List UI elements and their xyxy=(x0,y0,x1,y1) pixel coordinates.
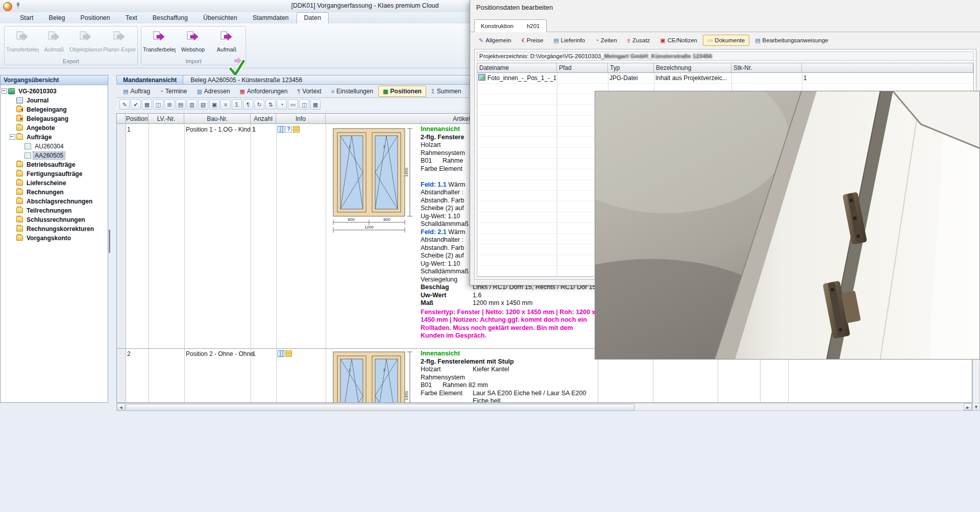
import-transferbeleg-button[interactable]: Transferbeleg xyxy=(142,29,176,54)
cell-info: ? xyxy=(278,126,300,133)
tab-vortext[interactable]: ¶ Vortext xyxy=(292,86,326,97)
edit-icon[interactable]: ✎ xyxy=(119,99,130,110)
refresh-icon[interactable]: ↻ xyxy=(254,99,264,110)
clock-icon[interactable]: ◔ xyxy=(277,99,287,110)
tree-item[interactable]: Angebote xyxy=(1,123,108,132)
dialog-tab-lieferinfo[interactable]: ▤ Lieferinfo xyxy=(549,35,590,46)
card-view-icon[interactable]: ▣ xyxy=(209,99,219,110)
column-header-position[interactable]: Position xyxy=(126,114,149,124)
tree-item-label: Abschlagsrechnungen xyxy=(25,198,94,205)
dialog-tab-allgemein[interactable]: ✎ Allgemein xyxy=(474,35,516,46)
svg-text:600: 600 xyxy=(383,217,390,222)
tab-label: Anforderungen xyxy=(247,88,287,95)
menu-tab-beleg[interactable]: Beleg xyxy=(41,12,72,23)
project-directory-prefix: Projektverzeichnis: D:\Vorgänge\VG-26010… xyxy=(479,53,604,59)
tree-item[interactable]: AU260304 xyxy=(1,142,108,150)
tab-mandantenansicht[interactable]: Mandantenansicht xyxy=(117,75,183,84)
tab-summen[interactable]: Σ Summen xyxy=(427,86,466,97)
sort-icon[interactable]: ⇅ xyxy=(265,99,276,110)
menu-tab-uebersichten[interactable]: Übersichten xyxy=(195,12,245,23)
export-objektplanung-button[interactable]: Objektplanung xyxy=(69,29,103,54)
menu-tab-text[interactable]: Text xyxy=(118,12,145,23)
tree-item[interactable]: Vorgangskonto xyxy=(1,234,108,242)
tree-item-label: Lieferscheine xyxy=(25,180,67,187)
pattern-view-icon[interactable]: ▧ xyxy=(198,99,208,110)
artikel-value xyxy=(473,350,598,358)
horizontal-scroll-thumb[interactable] xyxy=(126,404,634,411)
column-header-bau-nr[interactable]: Bau-Nr. xyxy=(184,114,251,124)
column-header-dateiname[interactable]: Dateiname xyxy=(477,63,557,73)
column-header-pfad[interactable]: Pfad xyxy=(557,63,608,73)
import-aufmass-button[interactable]: Aufmaß xyxy=(210,29,243,54)
tab-einstellungen[interactable]: ≡ Einstellungen xyxy=(327,86,378,97)
columns-icon[interactable]: ◫ xyxy=(299,99,309,110)
paragraph-icon[interactable]: ¶ xyxy=(243,99,253,110)
tree-item[interactable]: Belegausgang xyxy=(1,114,108,123)
frame-icon[interactable]: ▭ xyxy=(288,99,298,110)
tree-item[interactable]: Rechnungen xyxy=(1,188,108,196)
tree-item[interactable]: AA260505 xyxy=(1,151,108,160)
list-view-icon[interactable]: ▤ xyxy=(176,99,186,110)
tab-adressen[interactable]: ▥ Adressen xyxy=(192,86,234,97)
column-header-anzahl[interactable]: Anzahl xyxy=(251,114,276,124)
scroll-down-arrow[interactable]: ▼ xyxy=(973,403,979,411)
tree-item[interactable]: Rechnungskorrekturen xyxy=(1,224,108,233)
menu-tab-daten[interactable]: Daten xyxy=(297,12,329,23)
grid-view-icon[interactable]: ▦ xyxy=(142,99,152,110)
expander-icon[interactable] xyxy=(2,88,7,94)
scroll-right-arrow[interactable]: ► xyxy=(964,403,972,411)
tab-konstruktion[interactable]: Konstruktion h201 xyxy=(474,19,547,32)
tree-item[interactable]: Journal xyxy=(1,96,108,105)
menu-tab-beschaffung[interactable]: Beschaffung xyxy=(145,12,195,23)
tree-item[interactable]: Aufträge xyxy=(1,133,108,141)
dialog-tab-zeiten[interactable]: ◔ Zeiten xyxy=(591,35,622,46)
column-header-stk-nr[interactable]: Stk-Nr. xyxy=(731,63,802,73)
tree-item[interactable]: Teilrechnungen xyxy=(1,206,108,215)
dialog-tab-ce-notizen[interactable]: ▣ CE/Notizen xyxy=(655,35,702,46)
column-header-typ[interactable]: Typ xyxy=(608,63,654,73)
export-transferbeleg-button[interactable]: Transferbeleg xyxy=(6,29,39,54)
menu-tab-positionen[interactable]: Positionen xyxy=(72,12,117,23)
column-header-lv-nr[interactable]: LV.-Nr. xyxy=(149,114,184,124)
tab-termine[interactable]: ◔ Termine xyxy=(155,86,191,97)
tree-item-label: Betriebsaufträge xyxy=(25,161,77,168)
tree-item[interactable]: Abschlagsrechnungen xyxy=(1,197,108,206)
confirm-icon[interactable]: ✔ xyxy=(131,99,141,110)
tab-anforderungen[interactable]: ▦ Anforderungen xyxy=(235,86,292,97)
svg-text:2: 2 xyxy=(383,368,386,372)
menu-tab-start[interactable]: Start xyxy=(12,12,41,23)
column-header-bezeichnung[interactable]: Bezeichnung xyxy=(654,63,731,73)
dialog-tab-zusatz[interactable]: ± Zusatz xyxy=(623,35,655,46)
import-webshop-button[interactable]: Webshop xyxy=(176,29,210,54)
tab-label: Lieferinfo xyxy=(561,37,585,43)
add-position-icon[interactable]: ⊞ xyxy=(164,99,175,110)
split-view-icon[interactable]: ◫ xyxy=(153,99,163,110)
tree-item[interactable]: VG-26010303 xyxy=(1,87,108,95)
dialog-tab-preise[interactable]: € Preise xyxy=(517,35,548,46)
tab-positionen[interactable]: ▦ Positionen xyxy=(378,86,426,97)
horizontal-scrollbar[interactable]: ◄ ► xyxy=(116,403,972,411)
column-header-info[interactable]: Info xyxy=(276,114,326,124)
document-row[interactable]: Foto_innen_-_Pos_1_-_1.OG... JPG-Datei I… xyxy=(477,73,973,84)
export-planer-export-button[interactable]: Planer-Export xyxy=(103,29,136,54)
scroll-left-arrow[interactable]: ◄ xyxy=(117,403,125,411)
lines-icon[interactable]: ≡ xyxy=(220,99,231,110)
tree-item[interactable]: Lieferscheine xyxy=(1,178,108,187)
menu-tab-stammdaten[interactable]: Stammdaten xyxy=(245,12,297,23)
tree-item[interactable]: Schlussrechnungen xyxy=(1,215,108,224)
tree-item[interactable]: Fertigungsaufträge xyxy=(1,169,108,178)
dialog-tab-bearbeitungsanweisungen[interactable]: ▤ Bearbeitungsanweisunge xyxy=(750,35,833,46)
tree-item[interactable]: Belegeingang xyxy=(1,105,108,114)
tab-auftrag[interactable]: ▤ Auftrag xyxy=(118,86,155,97)
rows-view-icon[interactable]: ▥ xyxy=(187,99,197,110)
panel-splitter[interactable] xyxy=(109,229,110,253)
artikel-value xyxy=(514,358,598,366)
tree-item-label: Fertigungsaufträge xyxy=(25,170,84,177)
expander-icon[interactable] xyxy=(10,134,15,140)
tree-item[interactable]: Betriebsaufträge xyxy=(1,160,108,169)
export-aufmass-button[interactable]: Aufmaß xyxy=(39,29,69,54)
pin-icon[interactable] xyxy=(15,3,20,9)
dialog-tab-dokumente[interactable]: ▭ Dokumente xyxy=(703,35,749,46)
sum-icon[interactable]: Σ xyxy=(232,99,242,110)
table-icon[interactable]: ▦ xyxy=(310,99,321,110)
